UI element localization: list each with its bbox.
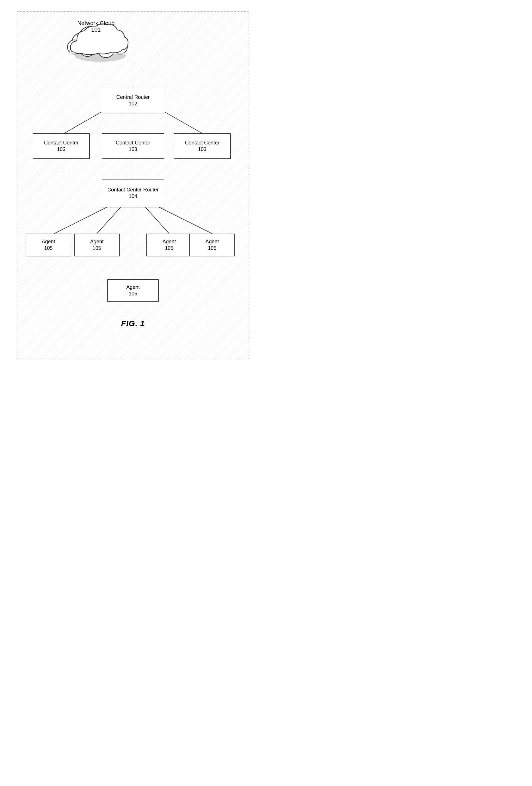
central-router-node: Central Router 102 — [102, 88, 164, 113]
agent-far-left-label: Agent — [42, 238, 55, 245]
contact-center-router-label: Contact Center Router — [107, 187, 159, 193]
contact-center-middle-id: 103 — [129, 146, 137, 153]
network-cloud-label: Network Cloud 101 — [77, 20, 115, 33]
contact-center-right-id: 103 — [198, 146, 207, 153]
agent-center-left-node: Agent 105 — [74, 234, 120, 256]
agent-bottom-node: Agent 105 — [107, 279, 159, 302]
agent-far-right-node: Agent 105 — [189, 234, 235, 256]
agent-center-right-label: Agent — [162, 238, 176, 245]
central-router-label: Central Router — [116, 94, 149, 100]
contact-center-left-id: 103 — [57, 146, 66, 153]
contact-center-left-node: Contact Center 103 — [33, 133, 90, 159]
network-cloud-id: 101 — [77, 26, 115, 33]
contact-center-middle-label: Contact Center — [116, 140, 150, 146]
diagram-container: Network Cloud 101 Central Router 102 Con… — [0, 0, 266, 393]
contact-center-left-label: Contact Center — [44, 140, 78, 146]
network-cloud-node: Network Cloud 101 — [59, 11, 133, 63]
agent-far-left-node: Agent 105 — [26, 234, 71, 256]
agent-bottom-id: 105 — [129, 291, 137, 297]
agent-far-right-label: Agent — [205, 238, 219, 245]
agent-bottom-label: Agent — [126, 284, 140, 291]
contact-center-right-node: Contact Center 103 — [174, 133, 231, 159]
figure-label: FIG. 1 — [121, 319, 145, 328]
central-router-id: 102 — [129, 100, 137, 107]
contact-center-router-node: Contact Center Router 104 — [102, 179, 164, 207]
contact-center-middle-node: Contact Center 103 — [102, 133, 164, 159]
network-cloud-name: Network Cloud — [77, 20, 115, 26]
cloud-svg — [59, 11, 133, 63]
contact-center-right-label: Contact Center — [185, 140, 219, 146]
agent-center-right-node: Agent 105 — [146, 234, 192, 256]
contact-center-router-id: 104 — [129, 193, 137, 200]
agent-far-right-id: 105 — [208, 245, 216, 252]
agent-center-left-id: 105 — [93, 245, 101, 252]
agent-far-left-id: 105 — [44, 245, 53, 252]
agent-center-right-id: 105 — [165, 245, 174, 252]
agent-center-left-label: Agent — [90, 238, 103, 245]
